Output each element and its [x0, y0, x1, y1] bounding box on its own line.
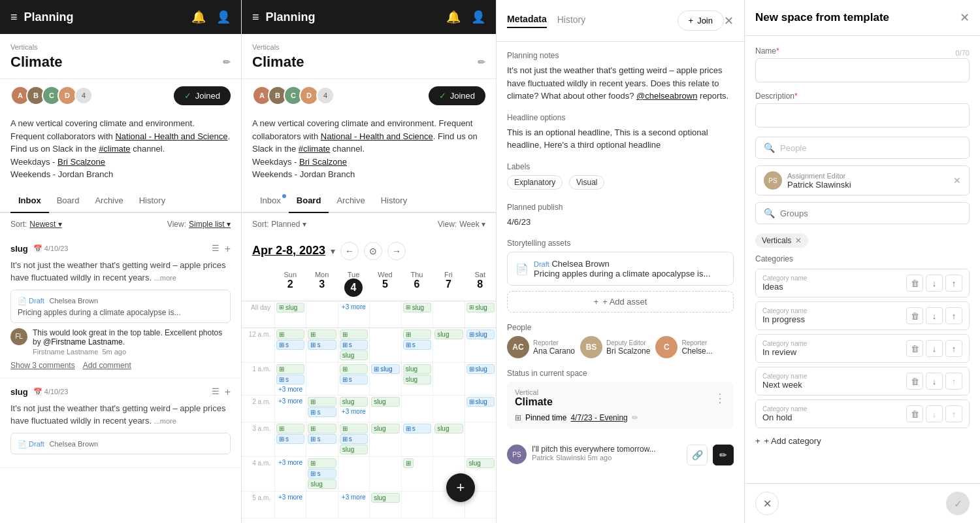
asset-card-1[interactable]: 📄 Draft Chelsea Brown Pricing apples dur… [507, 252, 734, 286]
tab-board-1[interactable]: Board [49, 189, 88, 212]
prev-week-button[interactable]: ← [340, 242, 359, 260]
chip-1-thu-2[interactable]: slug [403, 375, 431, 384]
chip-3-fri[interactable]: slug [434, 424, 463, 433]
current-date[interactable]: Apr 2-8, 2023 [252, 244, 325, 258]
next-week-button[interactable]: → [387, 242, 406, 260]
tab-history-2[interactable]: History [373, 189, 415, 212]
joined-button-1[interactable]: ✓ Joined [174, 86, 231, 105]
tab-inbox-1[interactable]: Inbox [10, 189, 49, 213]
more-1-sun[interactable]: +3 more [276, 385, 304, 394]
person-avatar-2[interactable]: BS [580, 336, 602, 358]
tab-metadata[interactable]: Metadata [507, 14, 547, 28]
mention-chelseabrown[interactable]: @chelseabrown [636, 91, 697, 101]
add-icon-2[interactable]: + [225, 386, 231, 398]
cat-input-nextweek[interactable] [762, 380, 872, 390]
bell-icon-2[interactable]: 🔔 [446, 10, 461, 24]
chip-3-tue-1[interactable]: ⊞ [340, 424, 368, 433]
chip-12-sun-2[interactable]: ⊞s [276, 340, 304, 350]
commenter-name-1[interactable]: Firstname Lastname [33, 348, 98, 356]
edit-icon-2[interactable]: ✏ [478, 57, 485, 67]
tab-archive-2[interactable]: Archive [329, 189, 372, 212]
edit-icon-1[interactable]: ✏ [223, 57, 231, 67]
person-avatar-3[interactable]: C [655, 336, 678, 358]
join-button[interactable]: + Join [678, 10, 724, 31]
cat-input-ideas[interactable] [762, 282, 872, 292]
chip-12-sun-1[interactable]: ⊞ [276, 329, 304, 339]
chip-12-tue-1[interactable]: ⊞ [340, 329, 368, 339]
chip-12-mon[interactable]: ⊞ [308, 329, 336, 339]
add-icon-1[interactable]: + [225, 243, 231, 255]
more-4-sun[interactable]: +3 more [276, 458, 304, 467]
cat-input-review[interactable] [762, 347, 872, 357]
more-link-1[interactable]: ...more [154, 274, 176, 282]
more-2-tue[interactable]: +3 more [340, 407, 368, 416]
chip-1-wed[interactable]: ⊞slug [371, 364, 399, 374]
chip-12-sat[interactable]: ⊞slug [466, 329, 495, 339]
link-health-science-2[interactable]: National - Health and Science [321, 131, 433, 141]
cat-delete-nextweek[interactable]: 🗑 [906, 373, 923, 390]
chip-3-sun-2[interactable]: ⊞s [276, 434, 304, 444]
chip-12-fri[interactable]: slug [434, 329, 463, 339]
chip-2-wed[interactable]: slug [371, 397, 399, 407]
user-icon-2[interactable]: 👤 [471, 10, 485, 24]
form-confirm-button[interactable]: ✓ [946, 492, 970, 515]
cat-down-onhold[interactable]: ↓ [926, 405, 943, 422]
chip-1-sun-1[interactable]: ⊞ [276, 364, 304, 374]
chip-1-sat[interactable]: ⊞slug [466, 364, 495, 374]
view-value-1[interactable]: Simple list ▾ [189, 220, 231, 229]
nav-menu-icon-1[interactable]: ≡ [10, 10, 18, 24]
user-icon-1[interactable]: 👤 [216, 10, 231, 24]
cat-up-nextweek[interactable]: ↑ [945, 373, 962, 390]
chip-1-tue-2[interactable]: ⊞s [340, 375, 368, 384]
panel3-close-button[interactable]: ✕ [724, 14, 734, 28]
cat-down-progress[interactable]: ↓ [926, 307, 943, 324]
link-bri-1[interactable]: Bri Scalzone [57, 157, 105, 167]
cat-delete-progress[interactable]: 🗑 [906, 307, 923, 324]
chip-4-thu-icon[interactable]: ⊞ [403, 458, 414, 468]
cat-delete-ideas[interactable]: 🗑 [906, 275, 923, 292]
tab-inbox-2[interactable]: Inbox [252, 189, 289, 212]
chip-4-sat[interactable]: slug [466, 458, 495, 468]
cat-up-review[interactable]: ↑ [945, 340, 962, 357]
chip-3-mon-1[interactable]: ⊞ [308, 424, 336, 433]
chip-12-mon-2[interactable]: ⊞s [308, 340, 336, 350]
chip-3-mon-2[interactable]: ⊞s [308, 434, 336, 444]
tab-history[interactable]: History [557, 14, 586, 27]
feed-item-title-1[interactable]: slug [10, 244, 28, 254]
pitch-edit-button[interactable]: ✏ [713, 445, 734, 465]
chip-4-mon[interactable]: ⊞ [308, 458, 336, 468]
view-dropdown-1[interactable]: View: Simple list ▾ [167, 220, 231, 229]
chip-3-wed[interactable]: slug [371, 424, 399, 433]
mention-link-1[interactable]: @Firstname Lastname [43, 337, 123, 346]
chip-3-tue-2[interactable]: ⊞s [340, 434, 368, 444]
people-search-field[interactable]: 🔍 [755, 137, 970, 159]
chip-3-thu[interactable]: ⊞s [403, 424, 431, 433]
view-control-2[interactable]: View: Week ▾ [438, 220, 485, 229]
label-visual[interactable]: Visual [569, 175, 604, 190]
cal-chip-allday-2[interactable]: ⊞slug [403, 303, 431, 312]
draft-card-1[interactable]: 📄 Draft Chelsea Brown Pricing apples dur… [10, 290, 231, 323]
chip-1-sun-2[interactable]: ⊞s [276, 375, 304, 384]
assignment-remove-button[interactable]: ✕ [953, 175, 961, 186]
sort-control-2[interactable]: Sort: Planned ▾ [252, 220, 306, 229]
more-5-tue[interactable]: +3 more [340, 493, 368, 501]
cat-up-ideas[interactable]: ↑ [945, 275, 962, 292]
name-input[interactable] [755, 58, 970, 82]
pinned-date[interactable]: 4/7/23 - Evening [570, 413, 627, 422]
chip-12-tue-3[interactable]: slug [340, 350, 368, 360]
sort-dropdown-1[interactable]: Sort: Newest ▾ [10, 220, 62, 229]
people-input[interactable] [780, 143, 961, 153]
tab-board-2[interactable]: Board [289, 189, 329, 213]
chip-12-thu-2[interactable]: ⊞s [403, 340, 431, 350]
chip-12-tue-2[interactable]: ⊞s [340, 340, 368, 350]
cat-down-nextweek[interactable]: ↓ [926, 373, 943, 390]
feed-item-title-2[interactable]: slug [10, 387, 28, 397]
location-button[interactable]: ⊙ [364, 242, 382, 260]
chip-3-tue-3[interactable]: slug [340, 445, 368, 454]
cat-delete-onhold[interactable]: 🗑 [906, 405, 923, 422]
panel4-close-button[interactable]: ✕ [960, 10, 970, 25]
chip-1-tue-1[interactable]: ⊞ [340, 364, 368, 374]
person-avatar-1[interactable]: AC [507, 336, 529, 358]
bell-icon-1[interactable]: 🔔 [191, 10, 206, 24]
form-cancel-button[interactable]: ✕ [755, 492, 779, 515]
